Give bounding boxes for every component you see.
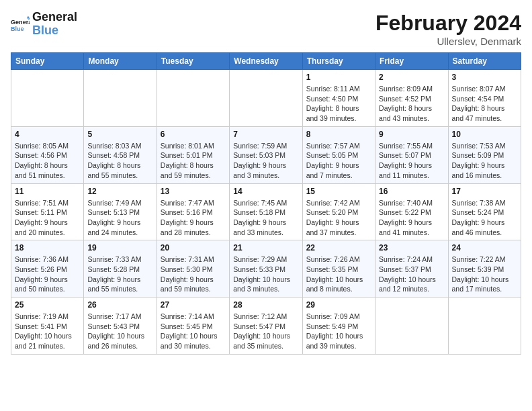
calendar-cell	[157, 70, 229, 127]
day-number: 29	[306, 300, 371, 310]
day-number: 21	[233, 243, 298, 253]
logo: General Blue General Blue	[11, 11, 77, 38]
day-info: Sunrise: 7:49 AMSunset: 5:13 PMDaylight:…	[87, 198, 152, 238]
day-number: 23	[379, 243, 444, 253]
calendar-cell: 3Sunrise: 8:07 AMSunset: 4:54 PMDaylight…	[448, 70, 521, 127]
calendar-cell: 4Sunrise: 8:05 AMSunset: 4:56 PMDaylight…	[11, 126, 84, 183]
calendar-cell: 21Sunrise: 7:29 AMSunset: 5:33 PMDayligh…	[230, 240, 302, 298]
day-number: 3	[452, 73, 517, 82]
day-number: 28	[233, 300, 298, 310]
day-number: 27	[161, 300, 226, 310]
day-info: Sunrise: 7:31 AMSunset: 5:30 PMDaylight:…	[161, 255, 226, 294]
calendar-cell	[448, 298, 521, 355]
day-of-week-header: Sunday	[11, 53, 84, 70]
day-info: Sunrise: 7:40 AMSunset: 5:22 PMDaylight:…	[379, 198, 444, 238]
calendar-cell: 25Sunrise: 7:19 AMSunset: 5:41 PMDayligh…	[11, 298, 84, 355]
calendar-cell	[375, 298, 448, 355]
calendar-cell: 28Sunrise: 7:12 AMSunset: 5:47 PMDayligh…	[230, 298, 302, 355]
day-info: Sunrise: 7:14 AMSunset: 5:45 PMDaylight:…	[161, 312, 226, 351]
calendar-cell: 15Sunrise: 7:42 AMSunset: 5:20 PMDayligh…	[302, 183, 375, 240]
calendar-cell: 29Sunrise: 7:09 AMSunset: 5:49 PMDayligh…	[302, 298, 375, 355]
day-number: 8	[306, 130, 371, 139]
title-block: February 2024 Ullerslev, Denmark	[375, 11, 521, 47]
calendar-cell: 7Sunrise: 7:59 AMSunset: 5:03 PMDaylight…	[230, 126, 302, 183]
calendar-week-row: 25Sunrise: 7:19 AMSunset: 5:41 PMDayligh…	[11, 298, 521, 355]
day-info: Sunrise: 8:07 AMSunset: 4:54 PMDaylight:…	[452, 84, 517, 124]
day-info: Sunrise: 7:59 AMSunset: 5:03 PMDaylight:…	[233, 141, 298, 181]
calendar-cell: 24Sunrise: 7:22 AMSunset: 5:39 PMDayligh…	[448, 240, 521, 298]
day-of-week-header: Thursday	[302, 53, 375, 70]
month-year-title: February 2024	[375, 11, 521, 36]
day-info: Sunrise: 7:55 AMSunset: 5:07 PMDaylight:…	[379, 141, 444, 181]
day-of-week-header: Saturday	[448, 53, 521, 70]
calendar-cell: 11Sunrise: 7:51 AMSunset: 5:11 PMDayligh…	[11, 183, 84, 240]
calendar-cell: 8Sunrise: 7:57 AMSunset: 5:05 PMDaylight…	[302, 126, 375, 183]
day-info: Sunrise: 7:24 AMSunset: 5:37 PMDaylight:…	[379, 255, 444, 294]
calendar-week-row: 18Sunrise: 7:36 AMSunset: 5:26 PMDayligh…	[11, 240, 521, 298]
day-number: 12	[87, 187, 152, 196]
calendar-cell	[11, 70, 84, 127]
day-info: Sunrise: 7:17 AMSunset: 5:43 PMDaylight:…	[87, 312, 152, 351]
calendar-cell: 18Sunrise: 7:36 AMSunset: 5:26 PMDayligh…	[11, 240, 84, 298]
calendar-cell: 12Sunrise: 7:49 AMSunset: 5:13 PMDayligh…	[84, 183, 157, 240]
day-info: Sunrise: 7:51 AMSunset: 5:11 PMDaylight:…	[15, 198, 80, 238]
calendar-cell: 13Sunrise: 7:47 AMSunset: 5:16 PMDayligh…	[157, 183, 229, 240]
day-of-week-header: Tuesday	[157, 53, 229, 70]
day-info: Sunrise: 7:26 AMSunset: 5:35 PMDaylight:…	[306, 255, 371, 294]
day-number: 4	[15, 130, 80, 139]
day-number: 10	[452, 130, 517, 139]
calendar-week-row: 4Sunrise: 8:05 AMSunset: 4:56 PMDaylight…	[11, 126, 521, 183]
calendar-cell	[230, 70, 302, 127]
day-number: 19	[87, 243, 152, 253]
calendar-cell: 22Sunrise: 7:26 AMSunset: 5:35 PMDayligh…	[302, 240, 375, 298]
day-number: 5	[87, 130, 152, 139]
day-number: 11	[15, 187, 80, 196]
day-info: Sunrise: 8:09 AMSunset: 4:52 PMDaylight:…	[379, 84, 444, 124]
calendar-cell: 10Sunrise: 7:53 AMSunset: 5:09 PMDayligh…	[448, 126, 521, 183]
calendar-week-row: 11Sunrise: 7:51 AMSunset: 5:11 PMDayligh…	[11, 183, 521, 240]
day-number: 22	[306, 243, 371, 253]
calendar-cell: 23Sunrise: 7:24 AMSunset: 5:37 PMDayligh…	[375, 240, 448, 298]
calendar-cell	[84, 70, 157, 127]
day-info: Sunrise: 7:47 AMSunset: 5:16 PMDaylight:…	[161, 198, 226, 238]
calendar-cell: 1Sunrise: 8:11 AMSunset: 4:50 PMDaylight…	[302, 70, 375, 127]
day-info: Sunrise: 8:11 AMSunset: 4:50 PMDaylight:…	[306, 84, 371, 124]
day-of-week-header: Wednesday	[230, 53, 302, 70]
calendar-table: SundayMondayTuesdayWednesdayThursdayFrid…	[11, 52, 521, 355]
day-number: 13	[161, 187, 226, 196]
day-of-week-header: Monday	[84, 53, 157, 70]
calendar-cell: 17Sunrise: 7:38 AMSunset: 5:24 PMDayligh…	[448, 183, 521, 240]
day-info: Sunrise: 8:05 AMSunset: 4:56 PMDaylight:…	[15, 141, 80, 181]
day-number: 18	[15, 243, 80, 253]
calendar-header-row: SundayMondayTuesdayWednesdayThursdayFrid…	[11, 53, 521, 70]
svg-text:General: General	[11, 19, 30, 26]
day-info: Sunrise: 7:42 AMSunset: 5:20 PMDaylight:…	[306, 198, 371, 238]
calendar-cell: 27Sunrise: 7:14 AMSunset: 5:45 PMDayligh…	[157, 298, 229, 355]
day-info: Sunrise: 7:09 AMSunset: 5:49 PMDaylight:…	[306, 312, 371, 351]
day-info: Sunrise: 7:12 AMSunset: 5:47 PMDaylight:…	[233, 312, 298, 351]
calendar-cell: 9Sunrise: 7:55 AMSunset: 5:07 PMDaylight…	[375, 126, 448, 183]
day-number: 25	[15, 300, 80, 310]
calendar-cell: 5Sunrise: 8:03 AMSunset: 4:58 PMDaylight…	[84, 126, 157, 183]
calendar-cell: 20Sunrise: 7:31 AMSunset: 5:30 PMDayligh…	[157, 240, 229, 298]
calendar-cell: 19Sunrise: 7:33 AMSunset: 5:28 PMDayligh…	[84, 240, 157, 298]
day-info: Sunrise: 7:19 AMSunset: 5:41 PMDaylight:…	[15, 312, 80, 351]
calendar-cell: 14Sunrise: 7:45 AMSunset: 5:18 PMDayligh…	[230, 183, 302, 240]
day-number: 26	[87, 300, 152, 310]
day-info: Sunrise: 7:29 AMSunset: 5:33 PMDaylight:…	[233, 255, 298, 294]
day-number: 17	[452, 187, 517, 196]
location-subtitle: Ullerslev, Denmark	[375, 36, 521, 47]
day-number: 6	[161, 130, 226, 139]
day-info: Sunrise: 7:53 AMSunset: 5:09 PMDaylight:…	[452, 141, 517, 181]
calendar-week-row: 1Sunrise: 8:11 AMSunset: 4:50 PMDaylight…	[11, 70, 521, 127]
calendar-cell: 2Sunrise: 8:09 AMSunset: 4:52 PMDaylight…	[375, 70, 448, 127]
calendar-cell: 26Sunrise: 7:17 AMSunset: 5:43 PMDayligh…	[84, 298, 157, 355]
day-of-week-header: Friday	[375, 53, 448, 70]
day-number: 20	[161, 243, 226, 253]
logo-icon: General Blue	[11, 15, 30, 34]
svg-text:Blue: Blue	[11, 26, 24, 32]
day-number: 24	[452, 243, 517, 253]
calendar-cell: 16Sunrise: 7:40 AMSunset: 5:22 PMDayligh…	[375, 183, 448, 240]
day-number: 2	[379, 73, 444, 82]
day-info: Sunrise: 7:33 AMSunset: 5:28 PMDaylight:…	[87, 255, 152, 294]
